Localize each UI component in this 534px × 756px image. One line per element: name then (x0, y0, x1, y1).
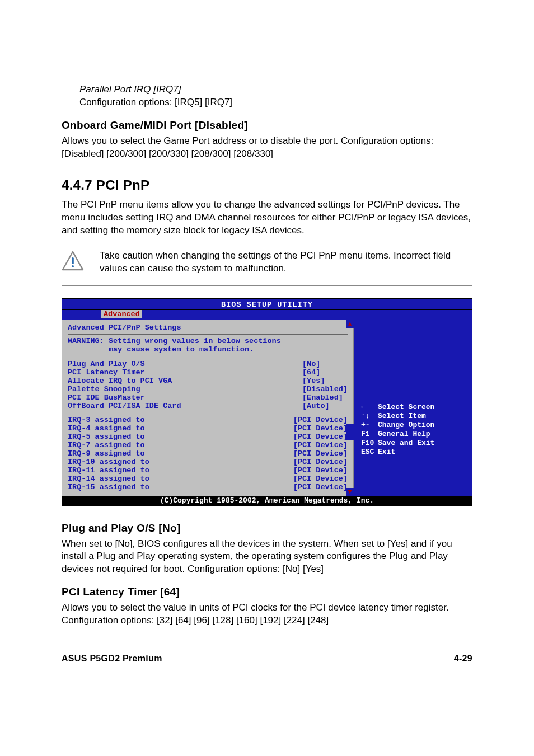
pci-latency-heading: PCI Latency Timer [64] (62, 586, 472, 598)
bios-row-label: Allocate IRQ to PCI VGA (68, 377, 289, 385)
bios-right-panel: ←Select Screen ↑↓Select Item +-Change Op… (354, 320, 472, 496)
bios-settings-group2: IRQ-3 assigned to[PCI Device] IRQ-4 assi… (68, 416, 348, 491)
nav-key: F1 (361, 430, 378, 438)
bios-row-label: IRQ-14 assigned to (68, 475, 280, 483)
bios-row-value: [PCI Device] (293, 466, 348, 475)
bios-row-value: [PCI Device] (293, 483, 348, 491)
scroll-down-icon: ▼ (346, 488, 354, 496)
bios-copyright: (C)Copyright 1985-2002, American Megatre… (62, 496, 472, 506)
bios-row-label: OffBoard PCI/ISA IDE Card (68, 402, 289, 410)
bios-row-label: IRQ-11 assigned to (68, 466, 280, 475)
bios-row-label: Palette Snooping (68, 385, 289, 393)
bios-warning-line1: WARNING: Setting wrong values in below s… (68, 337, 348, 346)
bios-row-value: [PCI Device] (293, 433, 348, 441)
pci-pnp-heading: 4.4.7 PCI PnP (62, 177, 472, 193)
bios-tab-advanced: Advanced (101, 310, 142, 318)
bios-row-label: IRQ-15 assigned to (68, 483, 280, 491)
pci-pnp-intro: The PCI PnP menu items allow you to chan… (62, 199, 472, 237)
onboard-game-body: Allows you to select the Game Port addre… (62, 135, 472, 161)
caution-text: Take caution when changing the settings … (100, 250, 472, 275)
nav-label: Change Option (378, 421, 466, 429)
bios-row-value: [Disabled] (302, 385, 348, 393)
bios-row-value: [Yes] (302, 377, 348, 385)
scroll-thumb (346, 424, 354, 440)
bios-row-value: [PCI Device] (293, 475, 348, 483)
bios-body: Advanced PCI/PnP Settings WARNING: Setti… (62, 320, 472, 496)
bios-settings-group1: Plug And Play O/S[No] PCI Latency Timer[… (68, 360, 348, 410)
bios-panel-title: Advanced PCI/PnP Settings (68, 323, 348, 332)
nav-key: +- (361, 421, 378, 429)
bios-scrollbar (346, 328, 354, 488)
parallel-port-block: Parallel Port IRQ [IRQ7] Configuration o… (79, 84, 472, 109)
bios-title: BIOS SETUP UTILITY (62, 299, 472, 310)
nav-label: General Help (378, 430, 466, 438)
bios-divider (68, 334, 348, 335)
bios-row-value: [PCI Device] (293, 449, 348, 458)
page-footer: ASUS P5GD2 Premium 4-29 (62, 650, 472, 664)
bios-row-label: IRQ-9 assigned to (68, 449, 280, 458)
bios-row-label: Plug And Play O/S (68, 360, 289, 368)
bios-row-label: IRQ-3 assigned to (68, 416, 280, 424)
nav-label: Select Screen (378, 403, 466, 411)
nav-label: Select Item (378, 412, 466, 420)
bios-row-value: [Enabled] (302, 393, 348, 402)
bios-left-panel: Advanced PCI/PnP Settings WARNING: Setti… (62, 320, 354, 496)
pci-latency-body: Allows you to select the value in units … (62, 602, 472, 627)
nav-key: F10 (361, 439, 378, 447)
bios-row-value: [No] (302, 360, 348, 368)
bios-nav-help: ←Select Screen ↑↓Select Item +-Change Op… (361, 403, 466, 456)
svg-rect-1 (72, 257, 74, 264)
bios-row-value: [PCI Device] (293, 441, 348, 449)
nav-key: ↑↓ (361, 412, 378, 420)
nav-label: Save and Exit (378, 439, 466, 447)
plug-and-play-heading: Plug and Play O/S [No] (62, 522, 472, 534)
bios-screenshot: BIOS SETUP UTILITY Advanced Advanced PCI… (62, 298, 472, 506)
bios-warning-line2: may cause system to malfunction. (68, 345, 348, 354)
caution-block: Take caution when changing the settings … (62, 250, 472, 286)
parallel-port-title: Parallel Port IRQ [IRQ7] (79, 84, 472, 95)
nav-key: ESC (361, 448, 378, 456)
bios-row-value: [PCI Device] (293, 416, 348, 424)
bios-row-label: IRQ-10 assigned to (68, 458, 280, 466)
plug-and-play-body: When set to [No], BIOS configures all th… (62, 538, 472, 576)
bios-row-label: PCI Latency Timer (68, 368, 289, 377)
bios-row-label: PCI IDE BusMaster (68, 393, 289, 402)
bios-row-value: [64] (302, 368, 348, 377)
svg-point-2 (72, 265, 74, 267)
footer-page-number: 4-29 (454, 654, 472, 664)
bios-row-value: [PCI Device] (293, 458, 348, 466)
nav-key: ← (361, 403, 378, 411)
bios-row-value: [Auto] (302, 402, 348, 410)
parallel-port-body: Configuration options: [IRQ5] [IRQ7] (79, 96, 472, 109)
bios-row-value: [PCI Device] (293, 424, 348, 433)
footer-product: ASUS P5GD2 Premium (62, 654, 162, 664)
nav-label: Exit (378, 448, 466, 456)
onboard-game-heading: Onboard Game/MIDI Port [Disabled] (62, 119, 472, 132)
bios-row-label: IRQ-7 assigned to (68, 441, 280, 449)
warning-icon (62, 251, 84, 271)
bios-tab-bar: Advanced (62, 310, 472, 320)
bios-row-label: IRQ-4 assigned to (68, 424, 280, 433)
scroll-up-icon: ▲ (346, 320, 354, 328)
bios-warning: WARNING: Setting wrong values in below s… (68, 337, 348, 354)
bios-row-label: IRQ-5 assigned to (68, 433, 280, 441)
page: Parallel Port IRQ [IRQ7] Configuration o… (0, 0, 534, 686)
